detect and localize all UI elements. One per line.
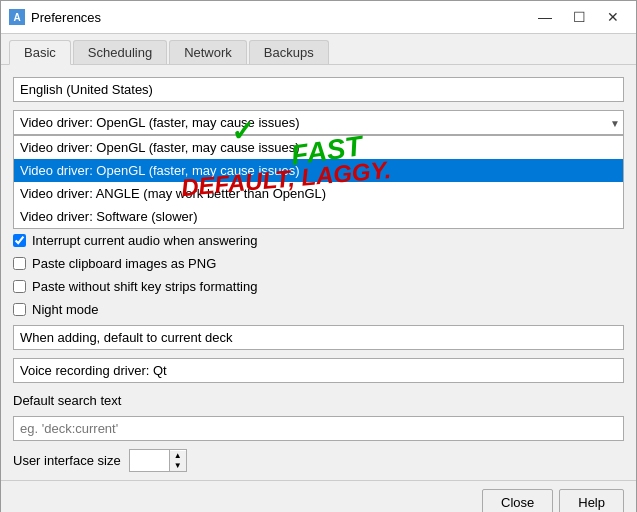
video-driver-list: Video driver: OpenGL (faster, may cause … [13, 135, 624, 229]
spinner-up-button[interactable]: ▲ [170, 451, 186, 461]
search-section-label: Default search text [13, 393, 624, 408]
video-driver-option-2[interactable]: Video driver: ANGLE (may work better tha… [14, 182, 623, 205]
checkbox-night-mode-input[interactable] [13, 303, 26, 316]
window-title: Preferences [31, 10, 101, 25]
deck-select[interactable]: When adding, default to current deck [13, 325, 624, 350]
close-window-button[interactable]: ✕ [598, 7, 628, 27]
video-driver-dropdown[interactable]: Video driver: OpenGL (faster, may cause … [13, 110, 624, 135]
checkbox-interrupt-audio-input[interactable] [13, 234, 26, 247]
checkboxes-container: Interrupt current audio when answering [13, 233, 624, 248]
spinner-buttons: ▲ ▼ [170, 451, 186, 471]
language-dropdown[interactable]: English (United States) [13, 77, 624, 102]
video-driver-option-0[interactable]: Video driver: OpenGL (faster, may cause … [14, 136, 623, 159]
help-button[interactable]: Help [559, 489, 624, 512]
checkbox-paste-noshift: Paste without shift key strips formattin… [13, 279, 624, 294]
ui-size-input[interactable]: 100% [130, 450, 170, 471]
title-controls: — ☐ ✕ [530, 7, 628, 27]
tab-basic[interactable]: Basic [9, 40, 71, 65]
checkbox-paste-noshift-input[interactable] [13, 280, 26, 293]
checkbox-interrupt-audio: Interrupt current audio when answering [13, 233, 624, 248]
checkbox-paste-noshift-label: Paste without shift key strips formattin… [32, 279, 257, 294]
close-button[interactable]: Close [482, 489, 553, 512]
tabs-container: Basic Scheduling Network Backups [1, 34, 636, 65]
minimize-button[interactable]: — [530, 7, 560, 27]
tab-network[interactable]: Network [169, 40, 247, 64]
maximize-button[interactable]: ☐ [564, 7, 594, 27]
ui-size-label: User interface size [13, 453, 121, 468]
video-driver-option-1[interactable]: Video driver: OpenGL (faster, may cause … [14, 159, 623, 182]
app-icon: A [9, 9, 25, 25]
preferences-window: A Preferences — ☐ ✕ Basic Scheduling Net… [0, 0, 637, 512]
title-bar: A Preferences — ☐ ✕ [1, 1, 636, 34]
checkbox-paste-png: Paste clipboard images as PNG [13, 256, 624, 271]
ui-size-spinner: 100% ▲ ▼ [129, 449, 187, 472]
checkbox-paste-png-input[interactable] [13, 257, 26, 270]
ui-size-row: User interface size 100% ▲ ▼ [13, 449, 624, 472]
checkbox-night-mode: Night mode [13, 302, 624, 317]
video-driver-option-3[interactable]: Video driver: Software (slower) [14, 205, 623, 228]
language-select[interactable]: English (United States) [13, 77, 624, 102]
checkbox-interrupt-audio-label: Interrupt current audio when answering [32, 233, 257, 248]
voice-select[interactable]: Voice recording driver: Qt [13, 358, 624, 383]
title-bar-left: A Preferences [9, 9, 101, 25]
spinner-down-button[interactable]: ▼ [170, 461, 186, 471]
tab-backups[interactable]: Backups [249, 40, 329, 64]
dropdown-arrow-icon: ▼ [610, 117, 620, 128]
deck-dropdown[interactable]: When adding, default to current deck [13, 325, 624, 350]
checkbox-paste-png-label: Paste clipboard images as PNG [32, 256, 216, 271]
video-driver-selected[interactable]: Video driver: OpenGL (faster, may cause … [13, 110, 624, 135]
search-text-input[interactable] [13, 416, 624, 441]
main-content: English (United States) Video driver: Op… [1, 65, 636, 480]
voice-dropdown[interactable]: Voice recording driver: Qt [13, 358, 624, 383]
checkbox-night-mode-label: Night mode [32, 302, 98, 317]
footer: Close Help [1, 480, 636, 512]
tab-scheduling[interactable]: Scheduling [73, 40, 167, 64]
